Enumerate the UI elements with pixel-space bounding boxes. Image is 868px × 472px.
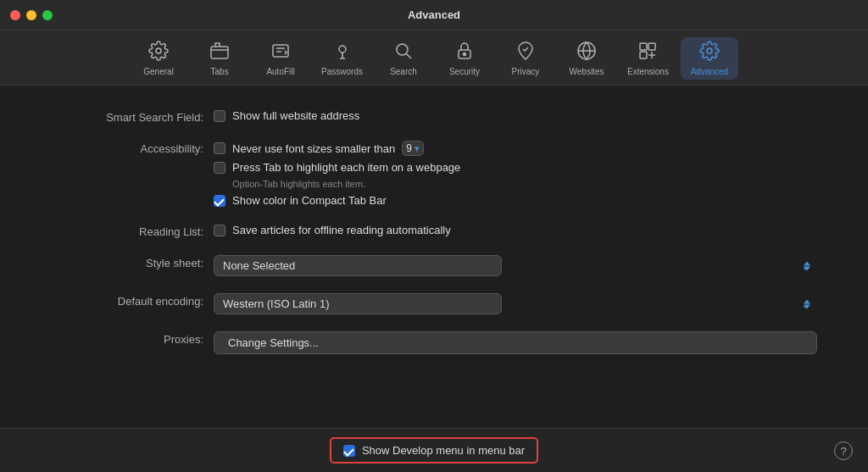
bottom-bar: Show Develop menu in menu bar ? — [0, 428, 868, 472]
show-full-address-checkbox[interactable] — [214, 110, 225, 122]
nav-label-tabs: Tabs — [211, 67, 229, 76]
nav-item-passwords[interactable]: Passwords — [313, 37, 371, 80]
style-sheet-select[interactable]: None Selected — [214, 255, 502, 276]
svg-rect-15 — [640, 52, 647, 58]
autofill-icon — [270, 41, 291, 64]
nav-label-security: Security — [449, 67, 480, 76]
accessibility-hint: Option-Tab highlights each item. — [232, 179, 817, 189]
default-encoding-control: Western (ISO Latin 1)Unicode (UTF-8) — [214, 293, 817, 314]
nav-item-extensions[interactable]: Extensions — [619, 37, 677, 80]
proxies-row: Proxies: Change Settings... — [0, 331, 868, 354]
encoding-wrapper: Western (ISO Latin 1)Unicode (UTF-8) — [214, 293, 817, 314]
websites-icon — [576, 41, 597, 64]
show-full-address-label: Show full website address — [232, 109, 359, 122]
style-sheet-wrapper: None Selected — [214, 255, 817, 276]
gear-icon — [148, 41, 169, 64]
arrow-down-icon — [804, 266, 810, 270]
nav-item-general[interactable]: General — [130, 37, 187, 80]
extensions-icon — [637, 41, 658, 64]
nav-label-advanced: Advanced — [691, 67, 728, 76]
nav-label-extensions: Extensions — [627, 67, 669, 76]
help-button[interactable]: ? — [834, 441, 853, 460]
nav-label-autofill: AutoFill — [266, 67, 294, 76]
show-full-address-row: Show full website address — [214, 109, 817, 122]
search-icon — [393, 41, 414, 64]
nav-label-passwords: Passwords — [321, 67, 363, 76]
settings-content: Smart Search Field: Show full website ad… — [0, 86, 868, 371]
privacy-icon — [515, 41, 536, 64]
smart-search-field-row: Smart Search Field: Show full website ad… — [0, 109, 868, 124]
arrow-up-icon — [804, 299, 810, 303]
titlebar: Advanced — [0, 0, 868, 31]
nav-item-security[interactable]: Security — [436, 37, 493, 80]
compact-tab-bar-label: Show color in Compact Tab Bar — [232, 194, 387, 207]
develop-menu-label: Show Develop menu in menu bar — [362, 444, 525, 457]
svg-point-5 — [339, 46, 346, 53]
accessibility-control: Never use font sizes smaller than 9 ▾ Pr… — [214, 141, 817, 207]
maximize-button[interactable] — [42, 10, 53, 20]
nav-item-tabs[interactable]: Tabs — [191, 37, 248, 80]
nav-item-privacy[interactable]: Privacy — [497, 37, 554, 80]
nav-item-autofill[interactable]: AutoFill — [252, 37, 309, 80]
toolbar: General Tabs AutoFill — [0, 31, 868, 86]
svg-rect-14 — [648, 43, 655, 50]
font-size-value: 9 — [406, 142, 412, 154]
dropdown-arrow-icon: ▾ — [415, 143, 420, 154]
smart-search-control: Show full website address — [214, 109, 817, 122]
encoding-select[interactable]: Western (ISO Latin 1)Unicode (UTF-8) — [214, 293, 502, 314]
reading-list-label: Reading List: — [51, 224, 203, 238]
arrow-up-icon — [804, 261, 810, 265]
nav-item-search[interactable]: Search — [375, 37, 432, 80]
svg-point-10 — [463, 53, 465, 56]
compact-tab-bar-checkbox[interactable] — [214, 195, 225, 207]
default-encoding-label: Default encoding: — [51, 293, 203, 308]
svg-point-0 — [156, 48, 161, 53]
minimize-button[interactable] — [26, 10, 36, 20]
svg-point-7 — [397, 44, 408, 55]
compact-tab-bar-row: Show color in Compact Tab Bar — [214, 194, 817, 207]
font-size-label: Never use font sizes smaller than — [232, 142, 395, 155]
change-settings-button[interactable]: Change Settings... — [214, 331, 817, 354]
passwords-icon — [332, 41, 353, 64]
nav-label-websites: Websites — [570, 67, 604, 76]
close-button[interactable] — [10, 10, 20, 20]
traffic-lights — [10, 10, 53, 20]
default-encoding-row: Default encoding: Western (ISO Latin 1)U… — [0, 293, 868, 314]
proxies-control: Change Settings... — [214, 331, 817, 354]
offline-reading-label: Save articles for offline reading automa… — [232, 224, 451, 236]
smart-search-label: Smart Search Field: — [51, 109, 203, 124]
window-title: Advanced — [408, 8, 460, 21]
accessibility-row: Accessibility: Never use font sizes smal… — [0, 141, 868, 207]
style-sheet-label: Style sheet: — [51, 255, 203, 269]
nav-label-search: Search — [390, 67, 417, 76]
tab-highlight-row: Press Tab to highlight each item on a we… — [214, 161, 817, 174]
svg-rect-1 — [211, 47, 228, 58]
security-icon — [454, 41, 475, 64]
style-sheet-control: None Selected — [214, 255, 817, 276]
svg-rect-13 — [640, 43, 647, 50]
reading-list-row: Reading List: Save articles for offline … — [0, 224, 868, 238]
offline-reading-row: Save articles for offline reading automa… — [214, 224, 817, 236]
font-size-checkbox[interactable] — [214, 142, 225, 154]
tab-highlight-checkbox[interactable] — [214, 162, 225, 174]
tab-highlight-label: Press Tab to highlight each item on a we… — [232, 161, 460, 174]
advanced-icon — [699, 41, 720, 64]
develop-menu-checkbox[interactable] — [343, 445, 355, 457]
nav-label-privacy: Privacy — [512, 67, 540, 76]
nav-item-advanced[interactable]: Advanced — [681, 37, 738, 80]
proxies-label: Proxies: — [51, 331, 203, 346]
style-sheet-row: Style sheet: None Selected — [0, 255, 868, 276]
svg-line-8 — [406, 54, 411, 59]
develop-menu-row: Show Develop menu in menu bar — [330, 437, 538, 464]
svg-rect-2 — [273, 45, 288, 57]
font-size-dropdown[interactable]: 9 ▾ — [402, 141, 424, 156]
offline-reading-checkbox[interactable] — [214, 225, 225, 236]
nav-label-general: General — [143, 67, 174, 76]
nav-item-websites[interactable]: Websites — [558, 37, 615, 80]
svg-point-16 — [707, 48, 712, 53]
style-sheet-arrows — [804, 261, 810, 270]
font-size-row: Never use font sizes smaller than 9 ▾ — [214, 141, 817, 156]
reading-list-control: Save articles for offline reading automa… — [214, 224, 817, 236]
accessibility-label: Accessibility: — [51, 141, 203, 155]
arrow-down-icon — [804, 304, 810, 308]
